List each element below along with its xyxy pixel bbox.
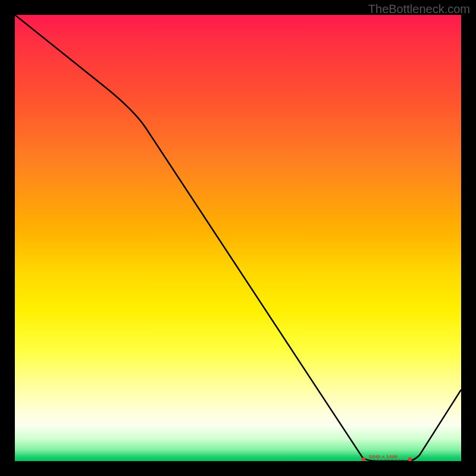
marker-dot-right [408,458,412,462]
plot-area: 3440 × 1440 [15,15,461,461]
svg-point-8 [399,459,400,460]
bottleneck-curve-path [15,15,461,461]
svg-point-9 [402,459,403,460]
bottleneck-curve-svg [15,15,461,461]
watermark-text: TheBottleneck.com [368,2,470,16]
resolution-label: 3440 × 1440 [369,454,397,459]
